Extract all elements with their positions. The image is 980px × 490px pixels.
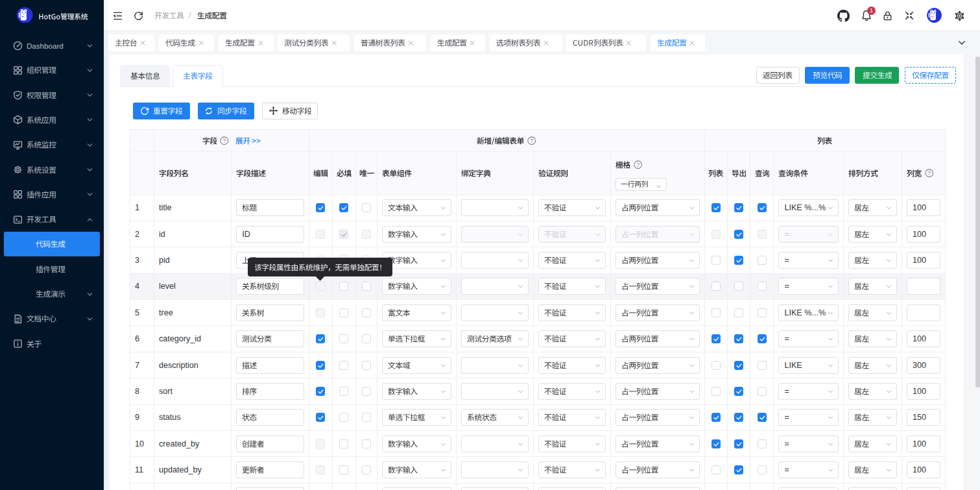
svg-text:?: ? [927, 170, 931, 177]
svg-text:?: ? [636, 162, 639, 168]
svg-text:?: ? [223, 138, 226, 144]
svg-text:?: ? [531, 138, 534, 144]
